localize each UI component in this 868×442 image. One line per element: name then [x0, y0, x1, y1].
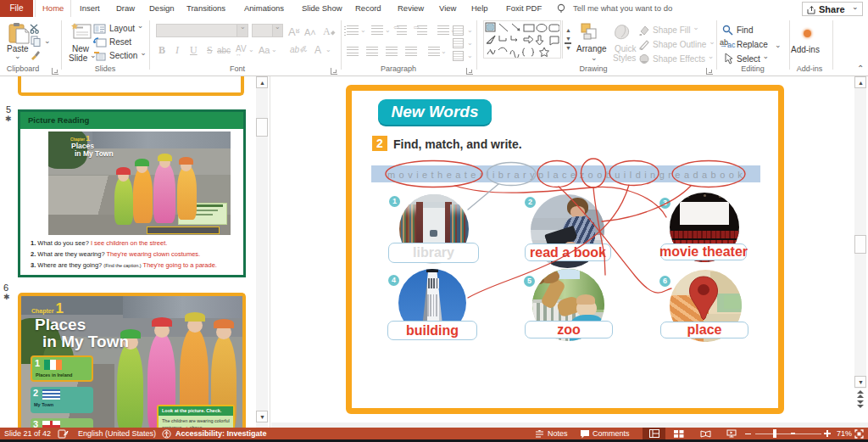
svg-text:A: A: [323, 25, 331, 37]
